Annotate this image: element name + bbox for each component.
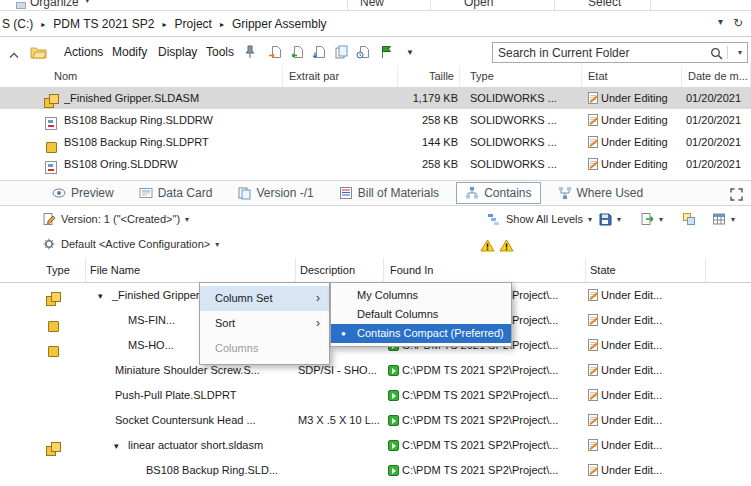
warning-icon[interactable]	[499, 238, 514, 252]
table-row[interactable]: Push-Pull Plate.SLDPRT C:\PDM TS 2021 SP…	[0, 383, 751, 408]
tab-version[interactable]: Version -/1	[229, 183, 321, 203]
pin-icon[interactable]	[244, 45, 256, 59]
search-icon[interactable]	[710, 46, 723, 60]
tab-preview[interactable]: Preview	[44, 183, 122, 203]
get-latest-icon[interactable]	[312, 45, 327, 59]
configuration-dropdown-icon[interactable]: ▾	[215, 240, 219, 249]
where-used-icon	[558, 186, 572, 200]
table-columns-icon	[712, 212, 726, 226]
export-button[interactable]: ▾	[640, 212, 663, 226]
column-header-date[interactable]: Date de m...	[682, 66, 751, 87]
description: M3 X .5 X 10 L...	[298, 408, 384, 433]
menu-actions[interactable]: Actions	[64, 45, 103, 59]
export-dropdown-icon[interactable]: ▾	[659, 215, 663, 224]
compare-icon	[682, 212, 696, 226]
breadcrumb-project[interactable]: Project	[175, 17, 212, 31]
menu-item-column-set[interactable]: Column Set ›	[200, 286, 329, 311]
column-header-checked-out-by[interactable]: Extrait par	[283, 66, 398, 87]
breadcrumb: S (C:) ▸ PDM TS 2021 SP2 ▸ Project ▸ Gri…	[2, 12, 327, 36]
grid-header: Type File Name Description Found In Stat…	[0, 258, 751, 283]
save-icon	[598, 212, 612, 226]
submenu-item-my-columns[interactable]: My Columns	[331, 286, 511, 305]
check-in-icon[interactable]	[290, 45, 305, 59]
column-set-submenu: My Columns Default Columns ● Contains Co…	[330, 282, 512, 347]
file-row[interactable]: BS108 Oring.SLDDRW 258 KB SOLIDWORKS ...…	[0, 153, 751, 175]
save-button[interactable]: ▾	[598, 212, 621, 226]
version-icon	[237, 186, 251, 200]
table-row[interactable]: Miniature Shoulder Screw.S... SDP/SI - S…	[0, 358, 751, 383]
submenu-item-contains-compact[interactable]: ● Contains Compact (Preferred)	[331, 324, 511, 343]
address-dropdown-icon[interactable]: ▾	[718, 16, 723, 27]
state: Under Edit...	[601, 389, 662, 401]
version-dropdown-icon[interactable]: ▾	[185, 215, 189, 224]
radio-selected-icon: ●	[341, 324, 346, 343]
configuration-selector[interactable]: Default <Active Configuration> ▾	[42, 237, 219, 251]
breadcrumb-arrow-icon[interactable]: ▸	[220, 20, 224, 29]
breadcrumb-drive[interactable]: S (C:)	[2, 17, 33, 31]
table-row[interactable]: ▾linear actuator short.sldasm C:\PDM TS …	[0, 433, 751, 458]
found-in-path: C:\PDM TS 2021 SP2\Project\...	[402, 464, 558, 476]
column-header-name[interactable]: Nom	[40, 66, 283, 87]
tab-where-used[interactable]: Where Used	[550, 183, 652, 203]
copy-icon[interactable]	[334, 45, 349, 59]
tab-data-card[interactable]: Data Card	[131, 183, 221, 203]
column-header-state[interactable]: State	[588, 258, 706, 282]
folder-icon[interactable]	[30, 45, 47, 59]
check-out-icon[interactable]	[268, 45, 283, 59]
column-header-description[interactable]: Description	[298, 258, 384, 282]
file-row[interactable]: BS108 Backup Ring.SLDPRT 144 KB SOLIDWOR…	[0, 131, 751, 153]
file-row[interactable]: _Finished Gripper.SLDASM 1,179 KB SOLIDW…	[0, 87, 751, 109]
history-icon[interactable]	[356, 45, 371, 59]
ribbon-group-new[interactable]: New	[360, 0, 384, 9]
search-dropdown-icon[interactable]: ▾	[738, 48, 742, 57]
column-header-type[interactable]: Type	[464, 66, 582, 87]
tab-bill-of-materials[interactable]: Bill of Materials	[331, 183, 447, 203]
tree-collapse-icon[interactable]: ▾	[114, 434, 128, 459]
file-date: 01/20/2021	[686, 131, 750, 153]
version-selector[interactable]: Version: 1 ("<Created>") ▾	[42, 212, 189, 226]
found-in-path: C:\PDM TS 2021 SP2\Project\...	[402, 364, 558, 376]
file-state: Under Editing	[601, 136, 668, 148]
breadcrumb-folder[interactable]: Gripper Assembly	[232, 17, 327, 31]
contains-toolbar: Version: 1 ("<Created>") ▾ Show All Leve…	[0, 207, 751, 233]
show-all-levels-selector[interactable]: Show All Levels ▾	[487, 212, 592, 226]
ribbon-group-select[interactable]: Select	[588, 0, 621, 9]
menu-tools[interactable]: Tools	[206, 45, 234, 59]
flag-icon[interactable]	[380, 45, 393, 59]
under-editing-icon	[588, 414, 598, 426]
column-header-state[interactable]: Etat	[582, 66, 682, 87]
organize-dropdown-icon[interactable]: ▾	[85, 0, 90, 5]
ribbon-group-open[interactable]: Open	[464, 0, 493, 9]
configuration-toolbar: Default <Active Configuration> ▾	[0, 233, 751, 258]
search-input[interactable]	[493, 43, 693, 62]
tree-collapse-icon[interactable]: ▾	[98, 284, 112, 309]
local-copy-icon	[388, 415, 399, 426]
column-header-type[interactable]: Type	[44, 258, 86, 282]
column-header-size[interactable]: Taille	[398, 66, 460, 87]
breadcrumb-arrow-icon[interactable]: ▸	[163, 20, 167, 29]
menu-item-sort[interactable]: Sort ›	[200, 311, 329, 336]
warning-icon[interactable]	[480, 238, 495, 252]
menu-display[interactable]: Display	[158, 45, 197, 59]
tab-contains[interactable]: Contains	[456, 182, 540, 204]
state: Under Edit...	[601, 289, 662, 301]
refresh-icon[interactable]: ↻	[733, 16, 743, 30]
file-row[interactable]: BS108 Backup Ring.SLDDRW 258 KB SOLIDWOR…	[0, 109, 751, 131]
compare-button[interactable]	[682, 212, 696, 226]
breadcrumb-vault[interactable]: PDM TS 2021 SP2	[53, 17, 154, 31]
column-header-file-name[interactable]: File Name	[88, 258, 296, 282]
column-view-dropdown-icon[interactable]: ▾	[731, 215, 735, 224]
levels-dropdown-icon[interactable]: ▾	[588, 215, 592, 224]
ribbon-group-organize[interactable]: Organize	[30, 0, 79, 9]
submenu-item-default-columns[interactable]: Default Columns	[331, 305, 511, 324]
expand-panel-icon[interactable]	[730, 187, 743, 201]
table-row[interactable]: Socket Countersunk Head ... M3 X .5 X 10…	[0, 408, 751, 433]
breadcrumb-arrow-icon[interactable]: ▸	[41, 20, 45, 29]
column-view-button[interactable]: ▾	[712, 212, 735, 226]
table-row[interactable]: BS108 Backup Ring.SLD... C:\PDM TS 2021 …	[0, 458, 751, 483]
collapse-toolbar-icon[interactable]	[8, 48, 20, 60]
column-header-found-in[interactable]: Found In	[388, 258, 586, 282]
save-dropdown-icon[interactable]: ▾	[617, 215, 621, 224]
menu-modify[interactable]: Modify	[112, 45, 147, 59]
toolbar-overflow-icon[interactable]: ▼	[406, 48, 414, 57]
